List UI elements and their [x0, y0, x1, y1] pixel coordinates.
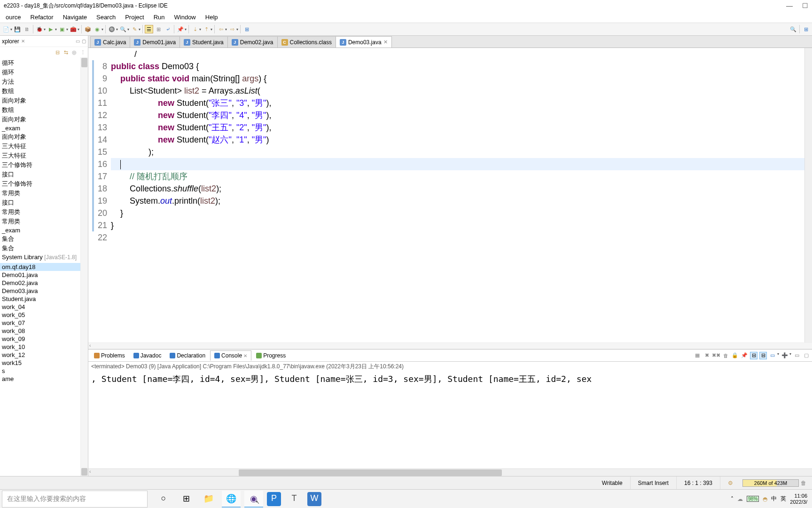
view-menu-icon[interactable]: ⋮ [79, 49, 86, 56]
browser-icon[interactable]: 🌐 [222, 491, 241, 508]
code-line[interactable]: System.out.println(list2); [111, 195, 804, 207]
maximize-button[interactable]: ☐ [802, 2, 808, 9]
tree-item[interactable]: work15 [0, 359, 80, 367]
maximize-view-icon[interactable]: ▢ [82, 39, 86, 44]
panel-tab-declaration[interactable]: Declaration [166, 351, 209, 360]
menu-window[interactable]: Window [171, 13, 200, 22]
tree-item[interactable]: 接口 [0, 198, 80, 207]
ime-sub[interactable]: 英 [781, 495, 786, 503]
external-tools-button[interactable]: 🧰 [69, 25, 78, 33]
app-w-icon[interactable]: W [307, 492, 321, 506]
tree-item[interactable]: om.qf.day18 [0, 263, 80, 271]
new-package-button[interactable]: 📦 [84, 25, 92, 33]
tray-shield-icon[interactable]: ◓ [763, 496, 767, 502]
terminate-all-icon[interactable]: ▦ [694, 352, 701, 359]
clear-console-icon[interactable]: 🗑 [722, 352, 729, 359]
dropdown-arrow-icon[interactable]: ▾ [139, 27, 141, 32]
tree-item-library[interactable]: System Library [JavaSE-1.8] [0, 253, 80, 261]
code-line[interactable]: new Student("赵六", "1", "男") [111, 134, 804, 146]
new-button[interactable]: 📄 [2, 25, 10, 33]
app-t-icon[interactable]: T [285, 491, 304, 508]
code-content[interactable]: /public class Demo03 { public static voi… [111, 48, 804, 342]
minimize-button[interactable]: — [786, 2, 793, 9]
eclipse-icon[interactable]: ◉ ↖ [244, 491, 263, 508]
open-perspective-button[interactable]: ⊞ [242, 25, 251, 33]
editor-tab[interactable]: JDemo03.java✕ [336, 36, 392, 48]
close-icon[interactable]: ✕ [243, 353, 247, 358]
code-line[interactable] [111, 231, 804, 244]
minimize-view-icon[interactable]: ▭ [76, 39, 80, 44]
tree-item[interactable]: 集合 [0, 244, 80, 253]
link-editor-icon[interactable]: ⇆ [62, 49, 69, 56]
quick-access-button[interactable]: 🔍 [789, 25, 797, 33]
code-line[interactable]: List<Student> list2 = Arrays.asList( [111, 85, 804, 97]
dropdown-arrow-icon[interactable]: ▾ [102, 27, 103, 32]
dropdown-arrow-icon[interactable]: ▾ [66, 27, 68, 32]
tree-vscrollbar[interactable] [80, 57, 88, 476]
maximize-panel-icon[interactable]: ▢ [803, 352, 810, 359]
task-view-icon[interactable]: ⊞ [177, 491, 195, 508]
wand-button[interactable]: ✎ [130, 25, 139, 33]
code-line[interactable]: new Student("李四", "4", "男"), [111, 109, 804, 121]
dropdown-arrow-icon[interactable]: ▾ [55, 27, 57, 32]
minimize-panel-icon[interactable]: ▭ [793, 352, 801, 359]
menu-source[interactable]: ource [2, 13, 25, 22]
code-line[interactable]: // 随机打乱顺序 [111, 170, 804, 183]
tree-item[interactable]: 三个修饰符 [0, 160, 80, 170]
open-console-icon[interactable]: ➕ [781, 352, 789, 359]
dropdown-arrow-icon[interactable]: ▾ [199, 27, 201, 32]
dropdown-arrow-icon[interactable]: ▾ [777, 352, 779, 359]
forward-button[interactable]: ⇨ [228, 25, 236, 33]
file-explorer-icon[interactable]: 📁 [199, 491, 218, 508]
tree-item[interactable]: 集合 [0, 234, 80, 244]
dropdown-arrow-icon[interactable]: ▾ [116, 27, 118, 32]
code-line[interactable]: ); [111, 146, 804, 158]
panel-tab-javadoc[interactable]: Javadoc [130, 351, 165, 360]
taskbar-clock[interactable]: 11:06 2022/3/ [790, 493, 807, 505]
show-console-on-err-icon[interactable]: ⊟ [759, 352, 767, 359]
editor-tab[interactable]: JCalc.java [90, 36, 130, 48]
code-line[interactable] [111, 158, 804, 170]
focus-task-icon[interactable]: ◎ [71, 49, 78, 56]
dropdown-arrow-icon[interactable]: ▾ [127, 27, 129, 32]
menu-help[interactable]: Help [202, 13, 222, 22]
windows-search-input[interactable]: 在这里输入你要搜索的内容 [2, 491, 148, 508]
run-button[interactable]: ▶ [47, 25, 55, 33]
tree-item[interactable]: work_05 [0, 311, 80, 319]
tree-item[interactable]: 三大特征 [0, 151, 80, 160]
editor-tab[interactable]: CCollections.class [277, 36, 336, 48]
tree-item[interactable]: work_10 [0, 343, 80, 351]
code-line[interactable]: } [111, 219, 804, 231]
panel-tab-problems[interactable]: Problems [90, 351, 129, 360]
menu-search[interactable]: Search [93, 13, 119, 22]
tree-item[interactable]: _exam [0, 124, 80, 132]
tree-item[interactable]: 循环 [0, 68, 80, 77]
pin-console-icon[interactable]: 📌 [741, 352, 748, 359]
code-line[interactable]: public static void main(String[] args) { [111, 72, 804, 85]
debug-button[interactable]: 🐞 [35, 25, 44, 33]
menu-run[interactable]: Run [150, 13, 169, 22]
code-line[interactable]: public class Demo03 { [111, 60, 804, 72]
menu-project[interactable]: Project [121, 13, 148, 22]
heap-status[interactable]: 260M of 423M [742, 479, 799, 487]
code-line[interactable]: / [111, 48, 804, 60]
tree-item[interactable]: ame [0, 375, 80, 383]
open-type-button[interactable]: 🔘 [108, 25, 116, 33]
editor-tab[interactable]: JStudent.java [180, 36, 228, 48]
tree-item[interactable]: 接口 [0, 170, 80, 179]
code-line[interactable]: new Student("张三", "3", "男"), [111, 97, 804, 109]
toggle-breadcrumb-button[interactable]: ⊞ [154, 25, 163, 33]
console-hscrollbar[interactable]: ‹ [88, 468, 812, 476]
tree-item[interactable]: work_07 [0, 319, 80, 327]
tree-item[interactable]: Student.java [0, 295, 80, 303]
dropdown-arrow-icon[interactable]: ▾ [44, 27, 46, 32]
back-button[interactable]: ⇦ [217, 25, 225, 33]
tree-item[interactable]: 常用类 [0, 217, 80, 226]
tray-chevron-icon[interactable]: ˄ [731, 496, 734, 502]
display-console-icon[interactable]: ▭ [769, 352, 776, 359]
menu-refactor[interactable]: Refactor [27, 13, 57, 22]
dropdown-arrow-icon[interactable]: ▾ [236, 27, 238, 32]
perspective-button[interactable]: ⊞ [802, 25, 810, 33]
show-console-on-out-icon[interactable]: ⊟ [750, 352, 757, 359]
tree-item[interactable]: Demo02.java [0, 279, 80, 287]
